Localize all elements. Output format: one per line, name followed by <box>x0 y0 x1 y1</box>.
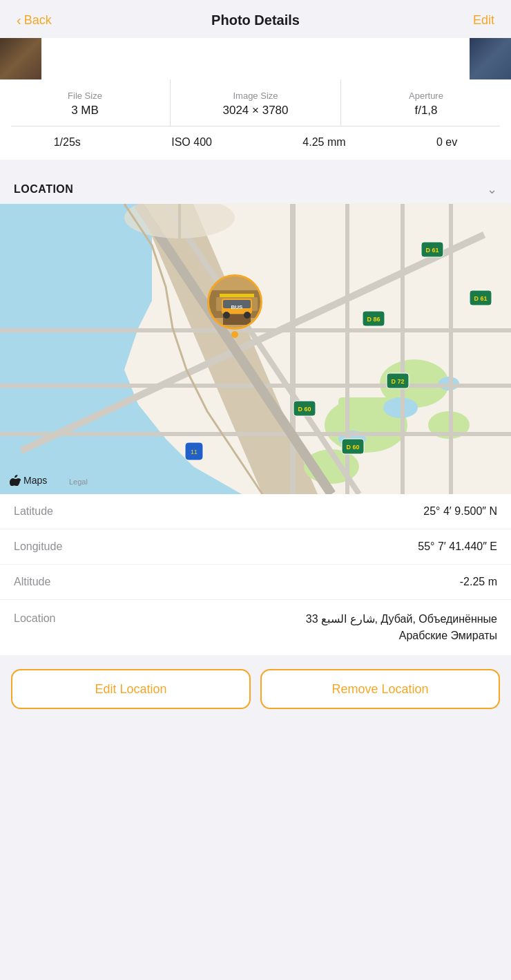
details-row-top: File Size 3 MB Image Size 3024 × 3780 Ap… <box>0 79 511 126</box>
image-size-label: Image Size <box>176 91 335 101</box>
longitude-label: Longitude <box>14 540 83 553</box>
bottom-buttons: Edit Location Remove Location <box>0 655 511 730</box>
photo-strip <box>0 38 511 79</box>
image-size-value: 3024 × 3780 <box>176 104 335 117</box>
latitude-row: Latitude 25° 4′ 9.500″ N <box>0 494 511 529</box>
location-row: Location شارع السبع 33, Дубай, Объединён… <box>0 600 511 655</box>
svg-rect-40 <box>220 294 254 297</box>
aperture-label: Aperture <box>347 91 505 101</box>
edit-button[interactable]: Edit <box>473 13 494 28</box>
details-card: File Size 3 MB Image Size 3024 × 3780 Ap… <box>0 79 511 160</box>
svg-point-44 <box>223 312 230 319</box>
longitude-value: 55° 7′ 41.440″ E <box>83 540 497 553</box>
edit-location-button[interactable]: Edit Location <box>11 669 251 709</box>
iso-value: ISO 400 <box>171 136 212 149</box>
map-pin-dot <box>231 331 238 338</box>
svg-rect-12 <box>290 204 296 494</box>
details-row-bottom: 1/25s ISO 400 4.25 mm 0 ev <box>0 126 511 160</box>
page-title: Photo Details <box>211 12 300 28</box>
location-label: Location <box>14 612 83 625</box>
location-details: Latitude 25° 4′ 9.500″ N Longitude 55° 7… <box>0 494 511 655</box>
altitude-label: Altitude <box>14 576 83 588</box>
location-section-header: LOCATION ⌄ <box>0 173 511 204</box>
svg-text:BUS: BUS <box>231 304 244 310</box>
ev-value: 0 ev <box>436 136 457 149</box>
location-address: شارع السبع 33, Дубай, ОбъединённыеАрабск… <box>83 611 497 644</box>
map-pin[interactable]: BUS <box>207 274 262 338</box>
remove-location-button[interactable]: Remove Location <box>260 669 500 709</box>
chevron-down-icon[interactable]: ⌄ <box>487 182 497 197</box>
svg-text:D 72: D 72 <box>391 378 404 385</box>
aperture-cell: Aperture f/1,8 <box>341 79 511 126</box>
file-size-cell: File Size 3 MB <box>0 79 171 126</box>
svg-text:D 61: D 61 <box>474 295 487 302</box>
maps-watermark: Maps <box>10 475 47 486</box>
svg-point-45 <box>244 312 251 319</box>
back-button[interactable]: ‹ Back <box>17 12 52 28</box>
apple-icon <box>10 475 21 486</box>
latitude-label: Latitude <box>14 505 83 518</box>
aperture-value: f/1,8 <box>347 104 505 117</box>
svg-rect-14 <box>401 204 405 494</box>
back-label: Back <box>24 13 52 28</box>
maps-legal: Legal <box>69 478 88 486</box>
file-size-value: 3 MB <box>6 104 164 117</box>
svg-text:D 60: D 60 <box>298 406 311 413</box>
map-svg: D 61 D 61 D 86 D 72 D 60 D 60 11 <box>0 204 511 494</box>
longitude-row: Longitude 55° 7′ 41.440″ E <box>0 529 511 565</box>
shutter-speed: 1/25s <box>54 136 81 149</box>
file-size-label: File Size <box>6 91 164 101</box>
svg-text:D 61: D 61 <box>425 247 438 254</box>
map-pin-photo: BUS <box>207 274 262 330</box>
svg-text:11: 11 <box>191 449 197 455</box>
focal-length: 4.25 mm <box>302 136 345 149</box>
section-gap <box>0 160 511 173</box>
latitude-value: 25° 4′ 9.500″ N <box>83 505 497 518</box>
image-size-cell: Image Size 3024 × 3780 <box>171 79 341 126</box>
svg-text:D 86: D 86 <box>367 316 380 323</box>
photo-strip-left <box>0 38 41 79</box>
photo-strip-right <box>470 38 511 79</box>
map-container[interactable]: D 61 D 61 D 86 D 72 D 60 D 60 11 <box>0 204 511 494</box>
header: ‹ Back Photo Details Edit <box>0 0 511 38</box>
maps-label: Maps <box>23 475 47 486</box>
location-section-title: LOCATION <box>14 183 73 196</box>
svg-rect-15 <box>449 204 453 494</box>
altitude-value: -2.25 m <box>83 576 497 588</box>
altitude-row: Altitude -2.25 m <box>0 565 511 600</box>
svg-rect-18 <box>0 432 511 436</box>
chevron-left-icon: ‹ <box>17 12 21 28</box>
svg-text:D 60: D 60 <box>346 444 359 451</box>
